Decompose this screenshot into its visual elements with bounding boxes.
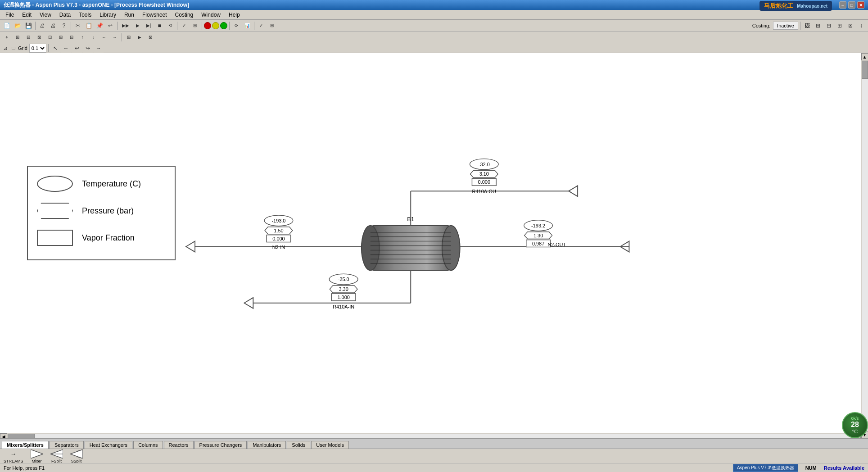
menu-file[interactable]: File bbox=[2, 11, 18, 19]
tb2-8[interactable]: ↑ bbox=[77, 32, 87, 42]
svg-text:N2-OUT: N2-OUT bbox=[547, 242, 566, 247]
tb2-13[interactable]: ▶ bbox=[135, 32, 145, 42]
legend-oval bbox=[37, 176, 73, 192]
status-mode: NUM bbox=[805, 465, 817, 471]
clock-speed: 0k/s bbox=[851, 416, 859, 421]
menu-edit[interactable]: Edit bbox=[18, 11, 35, 19]
tb3-prev[interactable]: ← bbox=[61, 43, 71, 53]
menu-tools[interactable]: Tools bbox=[75, 11, 95, 19]
grid-select[interactable]: 0.1 0.5 1.0 bbox=[29, 44, 46, 53]
tb3-square[interactable]: □ bbox=[10, 45, 17, 52]
status-bar: For Help, press F1 Aspen Plus V7.3\低温换热器… bbox=[0, 463, 868, 472]
svg-marker-49 bbox=[31, 449, 43, 458]
tb-table2[interactable]: ⊞ bbox=[267, 21, 277, 31]
tb-step[interactable]: ▶| bbox=[144, 21, 154, 31]
tb2-11[interactable]: → bbox=[110, 32, 120, 42]
tab-columns[interactable]: Columns bbox=[133, 441, 163, 449]
tb-icon4[interactable]: ⊞ bbox=[835, 21, 845, 31]
tb3-redo[interactable]: ↪ bbox=[83, 43, 93, 53]
tb2-7[interactable]: ⊟ bbox=[67, 32, 77, 42]
tb2-6[interactable]: ⊞ bbox=[56, 32, 66, 42]
svg-text:-193.2: -193.2 bbox=[531, 223, 545, 228]
tb3-arrow[interactable]: ↖ bbox=[50, 43, 60, 53]
tab-solids[interactable]: Solids bbox=[287, 441, 310, 449]
tb-icon3[interactable]: ⊟ bbox=[824, 21, 834, 31]
tb-copy[interactable]: 📋 bbox=[84, 21, 94, 31]
tb-reset[interactable]: ⟲ bbox=[165, 21, 175, 31]
tb-report[interactable]: 📊 bbox=[242, 21, 252, 31]
comp-streams[interactable]: → STREAMS bbox=[4, 449, 23, 463]
tb-check2[interactable]: ✓ bbox=[256, 21, 266, 31]
tb-undo[interactable]: ↩ bbox=[105, 21, 115, 31]
menu-costing[interactable]: Costing bbox=[172, 11, 197, 19]
svg-marker-52 bbox=[70, 449, 83, 458]
vscroll-track[interactable] bbox=[862, 61, 868, 431]
tb-stop[interactable]: ■ bbox=[154, 21, 164, 31]
light-yellow bbox=[212, 22, 219, 29]
tb-open[interactable]: 📂 bbox=[13, 21, 23, 31]
menu-flowsheet[interactable]: Flowsheet bbox=[139, 11, 171, 19]
tb2-1[interactable]: ⌖ bbox=[2, 32, 12, 42]
tb2-5[interactable]: ⊡ bbox=[45, 32, 55, 42]
tb3-angle[interactable]: ⊿ bbox=[2, 45, 9, 52]
costing-value: Inactive bbox=[773, 22, 798, 30]
tab-mixers-splitters[interactable]: Mixers/Splitters bbox=[2, 441, 49, 449]
svg-text:1.000: 1.000 bbox=[337, 295, 349, 300]
tab-user-models[interactable]: User Models bbox=[311, 441, 349, 449]
vscroll-thumb[interactable] bbox=[862, 61, 868, 79]
tb3-undo[interactable]: ↩ bbox=[72, 43, 82, 53]
tb-new[interactable]: 📄 bbox=[2, 21, 12, 31]
tb-table[interactable]: ⊞ bbox=[190, 21, 200, 31]
tb-icon2[interactable]: ⊞ bbox=[813, 21, 823, 31]
menu-help[interactable]: Help bbox=[225, 11, 244, 19]
tb2-10[interactable]: ← bbox=[99, 32, 109, 42]
tb-help[interactable]: ? bbox=[59, 21, 69, 31]
menu-library[interactable]: Library bbox=[96, 11, 120, 19]
tb-icon1[interactable]: 🖼 bbox=[802, 21, 812, 31]
sep-4 bbox=[177, 22, 177, 30]
tb-run2[interactable]: ▶ bbox=[133, 21, 143, 31]
menu-window[interactable]: Window bbox=[198, 11, 224, 19]
tab-pressure-changers[interactable]: Pressure Changers bbox=[194, 441, 247, 449]
menu-data[interactable]: Data bbox=[56, 11, 74, 19]
help-text: For Help, press F1 bbox=[4, 465, 45, 471]
tb-check[interactable]: ✓ bbox=[179, 21, 189, 31]
menu-run[interactable]: Run bbox=[121, 11, 138, 19]
tb-cut[interactable]: ✂ bbox=[73, 21, 83, 31]
tb-refresh[interactable]: ⟳ bbox=[231, 21, 241, 31]
comp-mixer[interactable]: Mixer bbox=[31, 449, 43, 463]
close-button[interactable]: ✕ bbox=[857, 1, 864, 9]
maximize-button[interactable]: □ bbox=[848, 1, 855, 9]
tb2-12[interactable]: ⊞ bbox=[124, 32, 134, 42]
tb-print2[interactable]: 🖨 bbox=[48, 21, 58, 31]
minimize-button[interactable]: − bbox=[839, 1, 846, 9]
tab-reactors[interactable]: Reactors bbox=[164, 441, 194, 449]
tb-icon6[interactable]: ↕ bbox=[856, 21, 866, 31]
tb-save[interactable]: 💾 bbox=[23, 21, 33, 31]
tab-separators[interactable]: Separators bbox=[50, 441, 84, 449]
tb2-4[interactable]: ⊠ bbox=[34, 32, 44, 42]
comp-fsplit[interactable]: FSplit bbox=[50, 449, 63, 463]
tb-run1[interactable]: ▶▶ bbox=[119, 21, 132, 31]
tb-print[interactable]: 🖨 bbox=[37, 21, 47, 31]
tb2-3[interactable]: ⊟ bbox=[23, 32, 33, 42]
vertical-scrollbar: ▲ ▼ bbox=[861, 53, 868, 438]
grid-label: Grid bbox=[18, 45, 27, 51]
aspen-taskbar-item[interactable]: Aspen Plus V7.3\低温换热器 bbox=[733, 464, 798, 472]
tb-paste[interactable]: 📌 bbox=[95, 21, 104, 31]
tb2-2[interactable]: ⊞ bbox=[13, 32, 23, 42]
logo-text: 马后炮化工 bbox=[764, 2, 793, 10]
tab-heat-exchangers[interactable]: Heat Exchangers bbox=[85, 441, 132, 449]
toolbar-3: ⊿ □ Grid 0.1 0.5 1.0 ↖ ← ↩ ↪ → bbox=[0, 43, 868, 53]
tb2-14[interactable]: ⊠ bbox=[145, 32, 155, 42]
svg-text:-25.0: -25.0 bbox=[338, 277, 349, 282]
tb-icon5[interactable]: ⊠ bbox=[845, 21, 855, 31]
vscroll-up[interactable]: ▲ bbox=[861, 53, 868, 60]
menu-view[interactable]: View bbox=[36, 11, 55, 19]
mixer-icon bbox=[31, 449, 43, 458]
tb2-9[interactable]: ↓ bbox=[88, 32, 98, 42]
comp-ssplit[interactable]: SSplit bbox=[70, 449, 83, 463]
tab-manipulators[interactable]: Manipulators bbox=[248, 441, 286, 449]
svg-text:3.30: 3.30 bbox=[339, 286, 348, 292]
tb3-next[interactable]: → bbox=[94, 43, 104, 53]
